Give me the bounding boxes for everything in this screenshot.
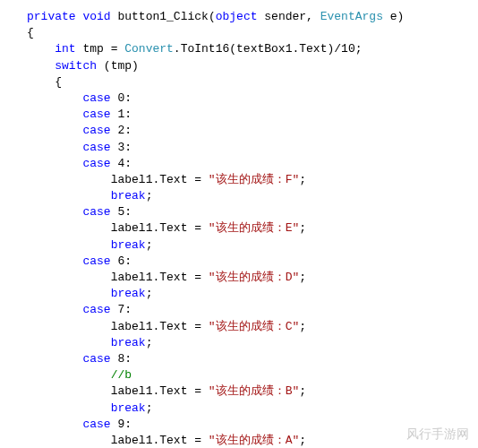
code-line-case1: case 1: — [27, 107, 478, 123]
code-line-case8: case 8: — [27, 351, 478, 367]
code-line-break: break; — [27, 237, 478, 254]
code-line-switch: switch (tmp) — [27, 58, 478, 74]
watermark-text: 风行手游网 — [406, 426, 469, 444]
code-line-case4: case 4: — [27, 156, 478, 172]
code-line-declare: int tmp = Convert.ToInt16(textBox1.Text)… — [27, 41, 478, 57]
code-line-case3: case 3: — [27, 140, 478, 156]
code-line-assign-f: label1.Text = "该生的成绩：F"; — [27, 172, 478, 188]
code-line-case2: case 2: — [27, 123, 478, 139]
code-line-assign-e: label1.Text = "该生的成绩：E"; — [27, 220, 478, 237]
code-line-break: break; — [27, 188, 478, 204]
code-line-break: break; — [27, 401, 478, 417]
code-line-comment: //b — [27, 367, 478, 383]
code-line-case6: case 6: — [27, 254, 478, 270]
code-line-assign-c: label1.Text = "该生的成绩：C"; — [27, 319, 478, 335]
code-line-signature: private void button1_Click(object sender… — [27, 9, 478, 25]
code-line-case5: case 5: — [27, 204, 478, 220]
code-line-case7: case 7: — [27, 302, 478, 318]
code-line-break: break; — [27, 286, 478, 302]
code-line-assign-d: label1.Text = "该生的成绩：D"; — [27, 270, 478, 286]
code-line-break: break; — [27, 335, 478, 351]
code-line-brace: { — [27, 74, 478, 90]
code-line-assign-b: label1.Text = "该生的成绩：B"; — [27, 383, 478, 400]
code-line-brace: { — [27, 25, 478, 41]
code-line-case0: case 0: — [27, 90, 478, 107]
